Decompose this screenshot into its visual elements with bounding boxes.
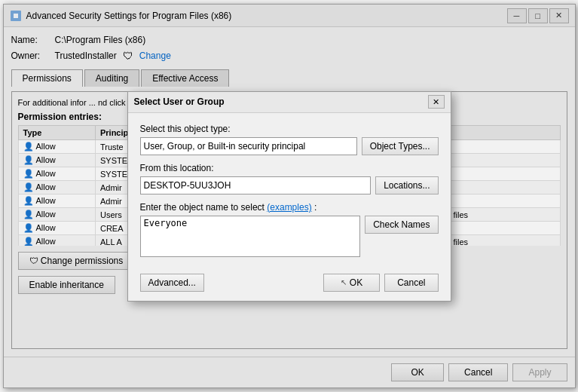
location-row: Locations... bbox=[140, 176, 439, 194]
object-type-input[interactable] bbox=[140, 137, 357, 155]
dialog-cancel-button[interactable]: Cancel bbox=[384, 274, 438, 292]
name-input[interactable] bbox=[140, 216, 361, 257]
dialog-content: Select this object type: Object Types...… bbox=[128, 113, 451, 268]
select-user-dialog: Select User or Group ✕ Select this objec… bbox=[127, 91, 451, 302]
dialog-ok-button[interactable]: ↖ OK bbox=[323, 274, 380, 292]
location-input[interactable] bbox=[140, 176, 372, 194]
object-types-button[interactable]: Object Types... bbox=[362, 137, 439, 155]
examples-link[interactable]: (examples) bbox=[267, 202, 311, 213]
dialog-close-button[interactable]: ✕ bbox=[428, 95, 445, 109]
dialog-footer: Advanced... ↖ OK Cancel bbox=[128, 268, 451, 301]
dialog-title-bar: Select User or Group ✕ bbox=[128, 92, 451, 113]
dialog-title: Select User or Group bbox=[134, 96, 428, 107]
modal-overlay: Select User or Group ✕ Select this objec… bbox=[4, 5, 575, 387]
object-type-row: Object Types... bbox=[140, 137, 439, 155]
locations-button[interactable]: Locations... bbox=[375, 176, 438, 194]
enter-name-label: Enter the object name to select (example… bbox=[140, 202, 439, 213]
location-section: From this location: Locations... bbox=[140, 163, 439, 194]
check-names-button[interactable]: Check Names bbox=[365, 216, 438, 234]
object-type-section: Select this object type: Object Types... bbox=[140, 124, 439, 155]
select-type-label: Select this object type: bbox=[140, 124, 439, 134]
from-location-label: From this location: bbox=[140, 163, 439, 173]
enter-name-section: Enter the object name to select (example… bbox=[140, 202, 439, 257]
name-input-row: Check Names bbox=[140, 216, 439, 257]
advanced-button[interactable]: Advanced... bbox=[140, 274, 204, 292]
cursor-icon: ↖ bbox=[341, 278, 347, 286]
main-window: Advanced Security Settings for Program F… bbox=[3, 4, 576, 388]
